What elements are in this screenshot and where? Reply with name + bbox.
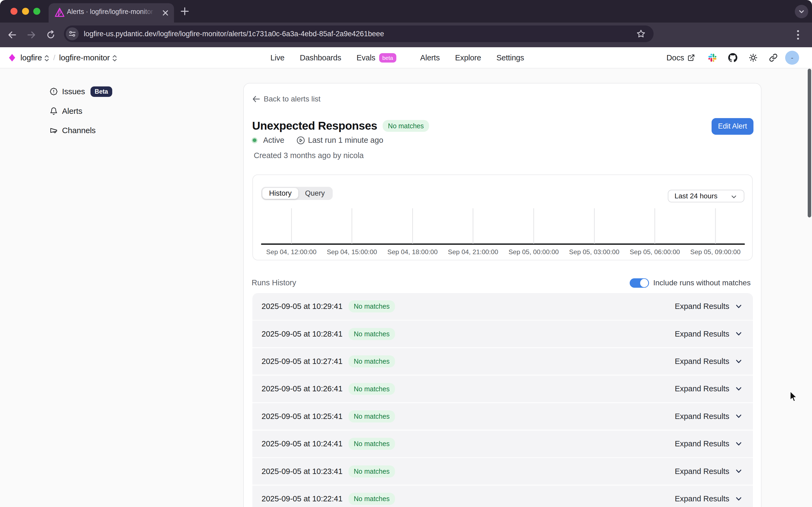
- run-no-matches-badge: No matches: [348, 493, 395, 505]
- nav-alerts[interactable]: Alerts: [420, 53, 440, 62]
- run-no-matches-badge: No matches: [348, 438, 395, 450]
- back-arrow-icon: [253, 96, 260, 103]
- close-window-button[interactable]: [10, 8, 17, 15]
- minimize-window-button[interactable]: [22, 8, 29, 15]
- sidebar-item-channels[interactable]: Channels: [50, 121, 112, 140]
- github-icon: [728, 53, 737, 62]
- run-row: 2025-09-05 at 10:25:41 No matches Expand…: [253, 403, 753, 430]
- nav-live[interactable]: Live: [270, 53, 284, 62]
- chart-gridline: [412, 208, 413, 244]
- chevron-down-icon: [735, 496, 742, 502]
- run-no-matches-badge: No matches: [348, 410, 395, 422]
- x-axis-label: Sep 04, 18:00:00: [382, 248, 443, 256]
- nav-explore[interactable]: Explore: [455, 53, 481, 62]
- chart-gridline: [533, 208, 534, 244]
- include-runs-toggle[interactable]: [630, 278, 649, 288]
- project-switcher[interactable]: logfire-monitor: [59, 53, 110, 62]
- chart-gridline: [291, 208, 292, 244]
- reload-button[interactable]: [46, 30, 55, 40]
- nav-evals[interactable]: Evalsbeta: [357, 53, 396, 62]
- run-timestamp: 2025-09-05 at 10:27:41: [262, 357, 343, 366]
- avatar[interactable]: -: [785, 51, 799, 65]
- fullscreen-window-button[interactable]: [33, 8, 40, 15]
- x-axis-label: Sep 05, 06:00:00: [625, 248, 685, 256]
- tab-search-button[interactable]: [795, 5, 808, 18]
- docs-link[interactable]: Docs: [666, 53, 695, 62]
- run-row: 2025-09-05 at 10:27:41 No matches Expand…: [253, 348, 753, 375]
- expand-results-button[interactable]: Expand Results: [675, 412, 742, 421]
- url-text[interactable]: logfire-us.pydantic.dev/logfire/logfire-…: [84, 30, 384, 38]
- chevron-down-icon: [735, 330, 742, 337]
- forward-button[interactable]: [27, 30, 36, 40]
- run-timestamp: 2025-09-05 at 10:24:41: [262, 439, 343, 448]
- chevron-down-icon: [735, 440, 742, 447]
- mouse-cursor: [790, 391, 799, 403]
- history-chart: Sep 04, 12:00:00Sep 04, 15:00:00Sep 04, …: [253, 175, 752, 260]
- project-chevrons-icon[interactable]: [112, 54, 117, 62]
- expand-results-label: Expand Results: [675, 467, 729, 476]
- browser-tab[interactable]: Alerts · logfire/logfire-monitor: [49, 3, 174, 22]
- expand-results-button[interactable]: Expand Results: [675, 494, 742, 503]
- x-axis-label: Sep 05, 03:00:00: [564, 248, 625, 256]
- expand-results-label: Expand Results: [675, 412, 729, 421]
- slack-link[interactable]: [708, 54, 716, 62]
- issues-beta-badge: Beta: [91, 87, 112, 97]
- theme-toggle[interactable]: [749, 53, 758, 62]
- x-axis-label: Sep 05, 00:00:00: [503, 248, 564, 256]
- share-link[interactable]: [769, 53, 778, 62]
- browser-menu-button[interactable]: [797, 30, 799, 40]
- edit-alert-button[interactable]: Edit Alert: [712, 118, 753, 135]
- breadcrumb-separator: /: [53, 53, 55, 62]
- chart-gridline: [351, 208, 352, 244]
- runs-list: 2025-09-05 at 10:29:41 No matches Expand…: [253, 293, 753, 507]
- nav-settings[interactable]: Settings: [496, 53, 524, 62]
- run-row: 2025-09-05 at 10:29:41 No matches Expand…: [253, 293, 753, 320]
- issues-icon: [50, 88, 58, 96]
- expand-results-label: Expand Results: [675, 357, 729, 366]
- slack-icon: [708, 54, 716, 62]
- expand-results-button[interactable]: Expand Results: [675, 467, 742, 476]
- tab-close-icon[interactable]: [161, 9, 170, 17]
- bell-icon: [50, 107, 58, 115]
- expand-results-button[interactable]: Expand Results: [675, 330, 742, 338]
- github-link[interactable]: [728, 53, 737, 62]
- org-switcher[interactable]: logfire: [20, 53, 42, 62]
- last-run-icon: [297, 136, 305, 145]
- sidebar-item-issues[interactable]: Issues Beta: [50, 82, 112, 102]
- last-run-label: Last run 1 minute ago: [308, 136, 383, 145]
- run-no-matches-badge: No matches: [348, 328, 395, 340]
- history-panel: History Query Last 24 hours Sep 04, 12:0…: [253, 174, 753, 260]
- expand-results-button[interactable]: Expand Results: [675, 384, 742, 393]
- external-link-icon: [688, 54, 695, 61]
- chart-gridline: [594, 208, 595, 244]
- chevron-down-icon: [735, 385, 742, 392]
- back-to-alerts-link[interactable]: Back to alerts list: [253, 95, 321, 103]
- x-axis-label: Sep 04, 15:00:00: [322, 248, 382, 256]
- new-tab-button[interactable]: [180, 7, 189, 15]
- expand-results-label: Expand Results: [675, 439, 729, 448]
- x-axis-label: Sep 04, 12:00:00: [261, 248, 322, 256]
- address-bar[interactable]: logfire-us.pydantic.dev/logfire/logfire-…: [64, 25, 654, 42]
- back-button[interactable]: [7, 30, 17, 40]
- header-actions: Docs -: [666, 47, 799, 68]
- run-no-matches-badge: No matches: [348, 300, 395, 313]
- expand-results-button[interactable]: Expand Results: [675, 439, 742, 448]
- alert-detail-card: Back to alerts list Unexpected Responses…: [243, 83, 761, 507]
- run-no-matches-badge: No matches: [348, 465, 395, 477]
- chevron-down-icon: [735, 413, 742, 420]
- site-settings-button[interactable]: [66, 27, 79, 40]
- expand-results-button[interactable]: Expand Results: [675, 357, 742, 366]
- sidebar: Issues Beta Alerts Channels: [50, 82, 112, 140]
- expand-results-button[interactable]: Expand Results: [675, 302, 742, 311]
- sidebar-item-alerts[interactable]: Alerts: [50, 102, 112, 121]
- logfire-favicon: [54, 7, 65, 18]
- nav-dashboards[interactable]: Dashboards: [300, 53, 341, 62]
- org-chevrons-icon[interactable]: [44, 54, 49, 62]
- alert-status-badge: No matches: [383, 120, 429, 132]
- run-timestamp: 2025-09-05 at 10:22:41: [262, 494, 343, 503]
- page-scrollbar[interactable]: [808, 69, 811, 217]
- bookmark-icon[interactable]: [636, 29, 646, 38]
- chevron-down-icon: [735, 358, 742, 365]
- main-nav: Live Dashboards Evalsbeta Alerts Explore…: [270, 47, 524, 68]
- chart-gridline: [715, 208, 716, 244]
